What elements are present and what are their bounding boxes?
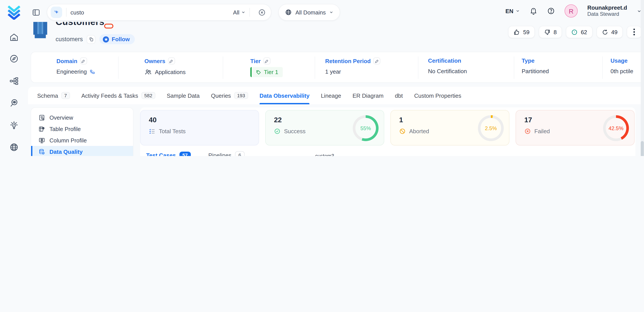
subdomain-icon bbox=[90, 69, 95, 74]
entity-name: customers bbox=[56, 36, 83, 43]
home-icon bbox=[9, 33, 19, 42]
usage-value: 0th pctile bbox=[610, 68, 633, 75]
entity-tabs: Schema7 Activity Feeds & Tasks582 Sample… bbox=[28, 87, 644, 104]
tab-dbt[interactable]: dbt bbox=[395, 87, 403, 104]
activity-count: 582 bbox=[141, 92, 155, 99]
type-value: Partitioned bbox=[522, 68, 549, 75]
data-quality-panel: 40 Total Tests 22 Success 55% 1 Aborted bbox=[140, 107, 636, 156]
usage-label: Usage bbox=[610, 57, 628, 64]
watch-button[interactable]: 62 bbox=[566, 26, 592, 38]
nav-observability[interactable] bbox=[9, 98, 19, 108]
user-info[interactable]: Rounakpreet.d Data Steward bbox=[587, 5, 627, 18]
refresh-button[interactable]: 49 bbox=[596, 26, 623, 38]
aborted-donut: 2.5% bbox=[478, 115, 504, 141]
follow-button[interactable]: ★ Follow bbox=[100, 34, 135, 44]
subnav-item-overview[interactable]: Overview bbox=[31, 112, 133, 123]
page-scrollbar-thumb[interactable] bbox=[641, 141, 644, 156]
overview-icon bbox=[38, 114, 45, 121]
total-tests-card: 40 Total Tests bbox=[140, 110, 259, 145]
kebab-menu-icon bbox=[633, 29, 635, 36]
tab-sample-data[interactable]: Sample Data bbox=[167, 87, 200, 104]
upvote-button[interactable]: 59 bbox=[508, 26, 535, 38]
topology-icon bbox=[9, 76, 19, 86]
nav-explore[interactable] bbox=[9, 54, 19, 64]
insight-bulb-icon bbox=[9, 120, 19, 130]
tab-er-diagram[interactable]: ER Diagram bbox=[352, 87, 384, 104]
user-avatar[interactable]: R bbox=[564, 5, 578, 18]
tier-label: Tier bbox=[250, 58, 260, 64]
domains-dropdown[interactable]: All Domains bbox=[278, 4, 340, 21]
tab-queries[interactable]: Queries193 bbox=[211, 87, 248, 104]
language-dropdown[interactable]: EN bbox=[506, 8, 520, 14]
tab-data-observability[interactable]: Data Observability bbox=[260, 87, 310, 104]
edit-domain-icon[interactable] bbox=[80, 57, 87, 64]
tab-pipelines[interactable]: Pipelines 6 bbox=[208, 151, 245, 156]
schema-count: 7 bbox=[61, 92, 70, 99]
owners-label: Owners bbox=[144, 58, 165, 64]
user-role: Data Steward bbox=[587, 11, 627, 18]
user-name: Rounakpreet.d bbox=[587, 5, 627, 11]
tab-activity-feeds[interactable]: Activity Feeds & Tasks582 bbox=[82, 87, 155, 104]
aborted-label: Aborted bbox=[409, 128, 429, 134]
thumbs-down-icon bbox=[544, 29, 550, 35]
app-logo[interactable] bbox=[8, 6, 20, 20]
edit-owners-icon[interactable] bbox=[168, 57, 175, 64]
subnav-item-data-quality[interactable]: Data Quality bbox=[31, 146, 133, 156]
star-icon: ★ bbox=[103, 36, 109, 42]
tab-lineage[interactable]: Lineage bbox=[321, 87, 341, 104]
search-input[interactable]: custo bbox=[70, 9, 233, 16]
metadata-bar: Domain Engineering Owners Applications T… bbox=[31, 52, 644, 83]
nav-domains[interactable] bbox=[9, 142, 19, 152]
compass-icon bbox=[9, 54, 19, 64]
column-profile-icon bbox=[38, 137, 45, 143]
search-eye-icon bbox=[9, 98, 19, 108]
downvote-count: 8 bbox=[554, 29, 557, 35]
table-profile-icon bbox=[38, 125, 45, 132]
watch-icon bbox=[571, 29, 578, 35]
type-label: Type bbox=[522, 57, 534, 64]
certification-label: Certification bbox=[428, 57, 461, 64]
total-tests-label: Total Tests bbox=[159, 128, 186, 134]
deprecated-badge-icon bbox=[104, 24, 113, 29]
domain-value[interactable]: Engineering bbox=[56, 68, 87, 75]
chevron-down-icon bbox=[516, 9, 520, 13]
success-card: 22 Success 55% bbox=[265, 110, 384, 145]
clear-search-icon[interactable] bbox=[258, 9, 266, 16]
retention-label: Retention Period bbox=[325, 58, 371, 64]
edit-retention-icon[interactable] bbox=[373, 57, 380, 64]
ai-sparkle-icon[interactable] bbox=[51, 7, 62, 18]
certification-value: No Certification bbox=[428, 68, 467, 75]
notifications-button[interactable] bbox=[530, 7, 538, 15]
page-scrollbar-track[interactable] bbox=[641, 0, 644, 156]
pipelines-count-badge: 6 bbox=[235, 151, 244, 156]
tab-test-cases[interactable]: Test Cases 57 bbox=[146, 152, 191, 156]
edit-tier-icon[interactable] bbox=[263, 57, 270, 64]
sidebar-toggle-icon[interactable] bbox=[32, 8, 40, 17]
help-button[interactable] bbox=[547, 7, 555, 15]
nav-home[interactable] bbox=[9, 33, 19, 42]
downvote-button[interactable]: 8 bbox=[539, 26, 562, 38]
refresh-count: 49 bbox=[611, 29, 618, 35]
copy-icon[interactable] bbox=[87, 35, 96, 44]
watch-count: 62 bbox=[581, 29, 587, 35]
owners-value[interactable]: Applications bbox=[155, 69, 186, 75]
tab-custom-properties[interactable]: Custom Properties bbox=[414, 87, 461, 104]
more-actions-button[interactable] bbox=[627, 26, 642, 38]
refresh-icon bbox=[602, 29, 608, 35]
globe-icon bbox=[9, 142, 19, 152]
chevron-down-icon bbox=[241, 10, 246, 15]
app-root: Customers customers ★ Follow 59 8 62 49 bbox=[0, 0, 644, 156]
subnav-item-table-profile[interactable]: Table Profile bbox=[31, 123, 133, 134]
global-search[interactable]: custo All bbox=[47, 4, 271, 21]
nav-insights[interactable] bbox=[9, 120, 19, 130]
floating-label-custom3: custom3 bbox=[315, 153, 334, 156]
failed-donut: 42.5% bbox=[603, 115, 629, 141]
tag-icon bbox=[256, 69, 261, 75]
search-scope-dropdown[interactable]: All bbox=[233, 9, 246, 16]
nav-lineage[interactable] bbox=[9, 76, 19, 86]
slash-circle-icon bbox=[399, 128, 406, 134]
failed-label: Failed bbox=[534, 128, 550, 134]
tier-tag[interactable]: Tier 1 bbox=[250, 67, 283, 77]
subnav-item-column-profile[interactable]: Column Profile bbox=[31, 134, 133, 146]
tab-schema[interactable]: Schema7 bbox=[37, 87, 70, 104]
